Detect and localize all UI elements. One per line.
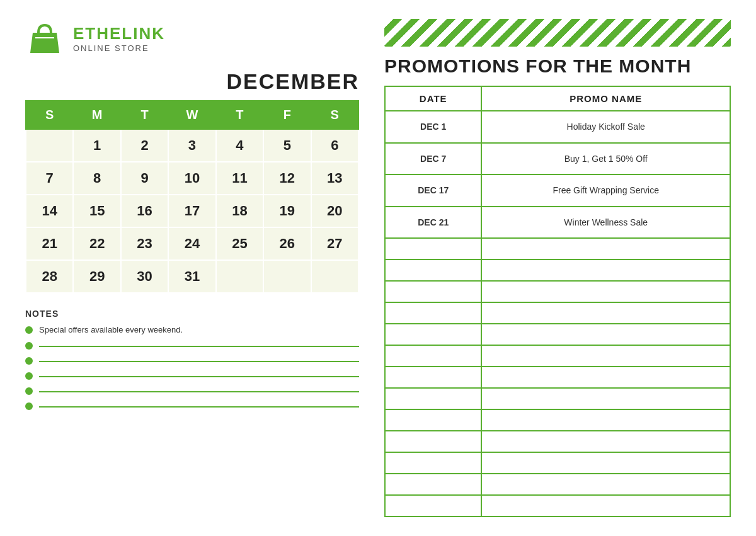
calendar-day-cell: 7	[26, 162, 73, 195]
calendar-day-cell: 29	[73, 260, 120, 293]
promo-name-cell	[481, 452, 730, 474]
calendar-weekday-header: F	[263, 101, 311, 129]
calendar-week-row: 21222324252627	[26, 227, 358, 260]
promo-name-cell	[481, 431, 730, 452]
promo-date-cell	[385, 324, 481, 345]
calendar-day-cell: 12	[263, 162, 311, 195]
promo-date-header: DATE	[385, 86, 481, 111]
promo-table-row	[385, 345, 730, 367]
calendar-day-cell: 17	[168, 195, 215, 227]
calendar-day-cell	[263, 260, 311, 293]
calendar-day-cell	[26, 129, 73, 162]
promo-date-cell	[385, 409, 481, 431]
promo-name-cell	[481, 474, 730, 495]
promo-table-row: DEC 21Winter Wellness Sale	[385, 207, 730, 239]
promo-header-row: DATE PROMO NAME	[385, 86, 730, 111]
note-bullet	[25, 402, 33, 410]
calendar-day-cell: 26	[263, 227, 311, 260]
calendar-day-cell: 18	[216, 195, 263, 227]
promo-name-cell	[481, 345, 730, 367]
calendar-day-cell: 4	[216, 129, 263, 162]
calendar-week-row: 28293031	[26, 260, 358, 293]
calendar-day-cell: 9	[121, 162, 168, 195]
promo-name-header: PROMO NAME	[481, 86, 730, 111]
calendar-weekday-header: S	[26, 101, 73, 129]
promo-table-row: DEC 7Buy 1, Get 1 50% Off	[385, 143, 730, 175]
promo-date-cell	[385, 302, 481, 324]
promo-table-row: DEC 1Holiday Kickoff Sale	[385, 111, 730, 143]
promo-table-row	[385, 259, 730, 281]
stripe-decoration	[384, 19, 731, 47]
promo-date-cell	[385, 345, 481, 367]
promo-date-cell	[385, 495, 481, 516]
promo-date-cell	[385, 259, 481, 281]
calendar-day-cell: 8	[73, 162, 120, 195]
promo-date-cell	[385, 388, 481, 409]
calendar-day-cell: 22	[73, 227, 120, 260]
calendar-day-cell: 21	[26, 227, 73, 260]
calendar-day-cell: 13	[311, 162, 358, 195]
calendar-day-cell: 3	[168, 129, 215, 162]
promo-date-cell: DEC 17	[385, 174, 481, 207]
calendar-weekday-header: T	[121, 101, 168, 129]
calendar-day-cell: 1	[73, 129, 120, 162]
note-bullet	[25, 387, 33, 395]
promo-table-row	[385, 388, 730, 409]
promo-rows: DEC 1Holiday Kickoff SaleDEC 7Buy 1, Get…	[385, 111, 730, 516]
note-line	[39, 405, 359, 408]
promo-date-cell	[385, 281, 481, 302]
calendar-week-row: 123456	[26, 129, 358, 162]
month-heading: DECEMBER	[25, 69, 359, 94]
right-column: PROMOTIONS FOR THE MONTH DATE PROMO NAME…	[384, 19, 731, 517]
promo-date-cell	[385, 452, 481, 474]
promo-name-cell	[481, 409, 730, 431]
note-bullet	[25, 372, 33, 380]
calendar-day-cell: 25	[216, 227, 263, 260]
note-item	[25, 402, 359, 410]
logo-area: ETHELINK ONLINE STORE	[25, 19, 359, 58]
calendar-day-cell: 2	[121, 129, 168, 162]
calendar-weekday-header: T	[216, 101, 263, 129]
promo-date-cell: DEC 21	[385, 207, 481, 239]
calendar-day-cell: 20	[311, 195, 358, 227]
promo-table: DATE PROMO NAME DEC 1Holiday Kickoff Sal…	[384, 86, 731, 517]
promo-table-row	[385, 238, 730, 259]
notes-list: Special offers available every weekend.	[25, 325, 359, 410]
note-bullet	[25, 342, 33, 350]
calendar-day-cell: 14	[26, 195, 73, 227]
calendar-day-cell: 30	[121, 260, 168, 293]
promo-table-row: DEC 17Free Gift Wrapping Service	[385, 174, 730, 207]
calendar-day-cell	[311, 260, 358, 293]
promo-table-row	[385, 452, 730, 474]
promo-name-cell	[481, 302, 730, 324]
note-line	[39, 345, 359, 347]
calendar-weekday-header: W	[168, 101, 215, 129]
logo-title: ETHELINK	[73, 24, 165, 43]
promo-table-row	[385, 302, 730, 324]
note-bullet	[25, 326, 33, 334]
promo-name-cell	[481, 367, 730, 388]
note-line	[39, 375, 359, 377]
calendar-day-cell	[216, 260, 263, 293]
note-bullet	[25, 357, 33, 365]
calendar-week-row: 78910111213	[26, 162, 358, 195]
calendar-day-cell: 16	[121, 195, 168, 227]
promo-heading: PROMOTIONS FOR THE MONTH	[384, 55, 731, 77]
promo-name-cell: Winter Wellness Sale	[481, 207, 730, 239]
note-text: Special offers available every weekend.	[39, 325, 359, 334]
promo-date-cell: DEC 7	[385, 143, 481, 175]
calendar-day-cell: 24	[168, 227, 215, 260]
calendar-day-cell: 27	[311, 227, 358, 260]
note-line	[39, 390, 359, 392]
calendar-week-row: 14151617181920	[26, 195, 358, 227]
note-item	[25, 342, 359, 350]
notes-heading: NOTES	[25, 309, 359, 319]
calendar-day-cell: 11	[216, 162, 263, 195]
note-item	[25, 357, 359, 365]
logo-icon	[25, 19, 64, 58]
calendar-weekday-header: S	[311, 101, 358, 129]
promo-table-row	[385, 367, 730, 388]
calendar-header-row: SMTWTFS	[26, 101, 358, 129]
calendar-day-cell: 6	[311, 129, 358, 162]
promo-name-cell	[481, 495, 730, 516]
